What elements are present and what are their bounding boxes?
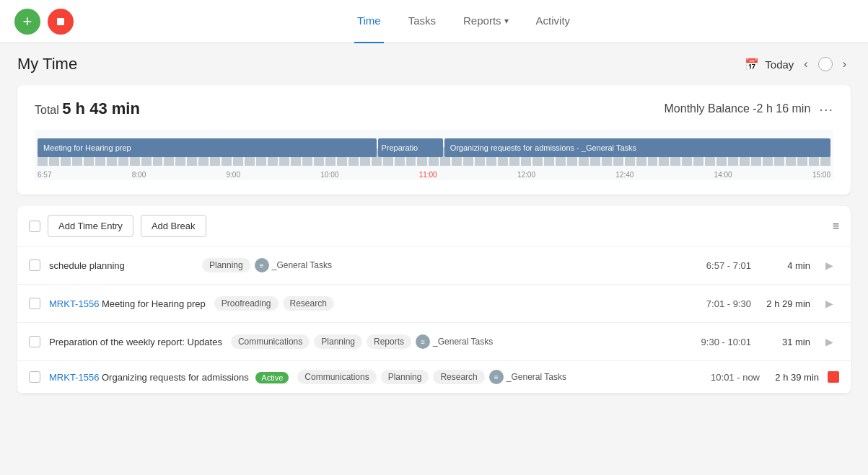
date-next-button[interactable]: › — [838, 55, 851, 74]
row-checkbox-1[interactable] — [29, 259, 40, 271]
total-display: Total 5 h 43 min — [35, 99, 140, 118]
project-icon-3: ≡ — [416, 334, 430, 349]
entry-tags-3: Communications Planning Reports ≡ _Gener… — [231, 334, 678, 349]
play-button-3[interactable]: ▶ — [819, 332, 839, 352]
entry-time-4: 10:01 - now — [695, 372, 760, 383]
tag-communications-3[interactable]: Communications — [231, 334, 310, 349]
filter-icon[interactable]: ≡ — [833, 220, 839, 233]
row-checkbox-3[interactable] — [29, 336, 40, 347]
active-badge-4: Active — [255, 372, 289, 383]
segment-label-3: Organizing requests for admissions - _Ge… — [450, 143, 636, 152]
time-label-800: 8:00 — [132, 171, 146, 179]
nav-time[interactable]: Time — [354, 0, 384, 43]
project-name-3: _General Tasks — [433, 337, 493, 347]
time-label-1500: 15:00 — [812, 171, 830, 179]
add-time-entry-button[interactable]: Add Time Entry — [48, 215, 133, 237]
timeline-labels: 6:57 8:00 9:00 10:00 11:00 12:00 12:40 1… — [38, 171, 830, 179]
time-label-657: 6:57 — [38, 171, 51, 179]
add-button[interactable]: + — [14, 9, 40, 35]
entry-toolbar: Add Time Entry Add Break ≡ — [17, 206, 851, 247]
stop-square-4[interactable] — [828, 371, 839, 383]
segment-label-1: Meeting for Hearing prep — [43, 143, 131, 152]
total-label: Total — [35, 104, 59, 116]
entry-duration-2: 2 h 29 min — [760, 298, 810, 309]
table-row: Preparation of the weekly report: Update… — [17, 323, 851, 361]
project-name-4: _General Tasks — [507, 372, 566, 382]
project-icon-4: ≡ — [489, 370, 504, 384]
project-display-3: ≡ _General Tasks — [416, 334, 493, 349]
entry-time-1: 6:57 - 7:01 — [686, 260, 751, 271]
tag-planning-1[interactable]: Planning — [202, 258, 250, 272]
time-label-1400: 14:00 — [714, 171, 732, 179]
time-label-1000: 10:00 — [320, 171, 338, 179]
calendar-icon: 📅 — [745, 58, 759, 71]
balance-area: Monthly Balance -2 h 16 min ··· — [665, 101, 833, 117]
entry-time-2: 7:01 - 9:30 — [686, 298, 751, 309]
total-card: Total 5 h 43 min Monthly Balance -2 h 16… — [17, 85, 851, 195]
svg-rect-0 — [57, 18, 64, 25]
row-checkbox-2[interactable] — [29, 298, 40, 309]
select-all-checkbox[interactable] — [29, 221, 40, 232]
entry-list-card: Add Time Entry Add Break ≡ schedule plan… — [17, 206, 851, 394]
entry-ticket-link-2[interactable]: MRKT-1556 — [49, 298, 99, 309]
entry-ticket-link-4[interactable]: MRKT-1556 — [49, 372, 99, 383]
date-controls: 📅 Today ‹ › — [745, 55, 851, 74]
entry-duration-4: 2 h 39 min — [768, 372, 819, 383]
header-left: + — [14, 9, 74, 35]
table-row: schedule planning Planning ≡ _General Ta… — [17, 247, 851, 285]
project-icon-1: ≡ — [255, 258, 269, 272]
entry-duration-3: 31 min — [760, 337, 810, 347]
segment-label-2: Preparatio — [381, 143, 418, 152]
add-break-button[interactable]: Add Break — [141, 215, 206, 237]
chevron-down-icon: ▾ — [504, 16, 509, 26]
balance-value: -2 h 16 min — [753, 102, 810, 115]
page-header: My Time 📅 Today ‹ › — [0, 43, 868, 85]
project-name-1: _General Tasks — [272, 260, 332, 270]
tag-research-2[interactable]: Research — [283, 296, 334, 311]
stop-button[interactable] — [48, 9, 74, 35]
timeline-segment-1: Meeting for Hearing prep — [38, 138, 377, 157]
main-nav: Time Tasks Reports ▾ Activity — [354, 0, 573, 43]
date-label: Today — [765, 58, 794, 71]
time-label-1240: 12:40 — [615, 171, 634, 179]
entry-tags-1: Planning ≡ _General Tasks — [202, 258, 678, 272]
timeline-segment-2: Preparatio — [378, 138, 442, 157]
timeline-chart: Meeting for Hearing prep Preparatio Orga… — [35, 130, 833, 180]
tag-communications-4[interactable]: Communications — [297, 370, 376, 384]
entry-tags-2: Proofreading Research — [214, 296, 678, 311]
entry-tags-4: Communications Planning Research ≡ _Gene… — [297, 370, 686, 384]
tag-research-4[interactable]: Research — [433, 370, 484, 384]
balance-label: Monthly Balance — [665, 102, 750, 115]
tag-proofreading-2[interactable]: Proofreading — [214, 296, 279, 311]
entry-name-2: MRKT-1556 Meeting for Hearing prep — [49, 298, 206, 309]
entry-name-3: Preparation of the weekly report: Update… — [49, 337, 222, 347]
entry-time-3: 9:30 - 10:01 — [686, 337, 751, 347]
play-button-1[interactable]: ▶ — [819, 255, 839, 275]
nav-activity[interactable]: Activity — [533, 0, 574, 43]
tag-planning-4[interactable]: Planning — [381, 370, 429, 384]
table-row: MRKT-1556 Meeting for Hearing prep Proof… — [17, 285, 851, 323]
entry-duration-1: 4 min — [760, 260, 810, 271]
entry-name-4: MRKT-1556 Organizing requests for admiss… — [49, 372, 289, 383]
tag-reports-3[interactable]: Reports — [367, 334, 411, 349]
total-row: Total 5 h 43 min Monthly Balance -2 h 16… — [35, 99, 833, 118]
date-circle-button[interactable] — [818, 57, 833, 71]
more-options-button[interactable]: ··· — [819, 101, 833, 117]
date-prev-button[interactable]: ‹ — [799, 55, 812, 74]
page-title: My Time — [17, 55, 77, 74]
time-label-1200: 12:00 — [517, 171, 535, 179]
tag-planning-3[interactable]: Planning — [314, 334, 362, 349]
nav-tasks[interactable]: Tasks — [405, 0, 439, 43]
play-button-2[interactable]: ▶ — [819, 293, 839, 314]
time-label-1100: 11:00 — [419, 171, 437, 179]
nav-reports[interactable]: Reports ▾ — [460, 0, 512, 43]
total-value: 5 h 43 min — [62, 99, 140, 117]
timeline-overlay: Meeting for Hearing prep Preparatio Orga… — [38, 138, 830, 157]
project-display-1: ≡ _General Tasks — [255, 258, 332, 272]
row-checkbox-4[interactable] — [29, 371, 40, 383]
table-row: MRKT-1556 Organizing requests for admiss… — [17, 361, 851, 394]
entry-name-1: schedule planning — [49, 260, 193, 271]
main-content: Total 5 h 43 min Monthly Balance -2 h 16… — [0, 85, 868, 411]
header: + Time Tasks Reports ▾ Activity — [0, 0, 868, 43]
time-label-900: 9:00 — [227, 171, 240, 179]
